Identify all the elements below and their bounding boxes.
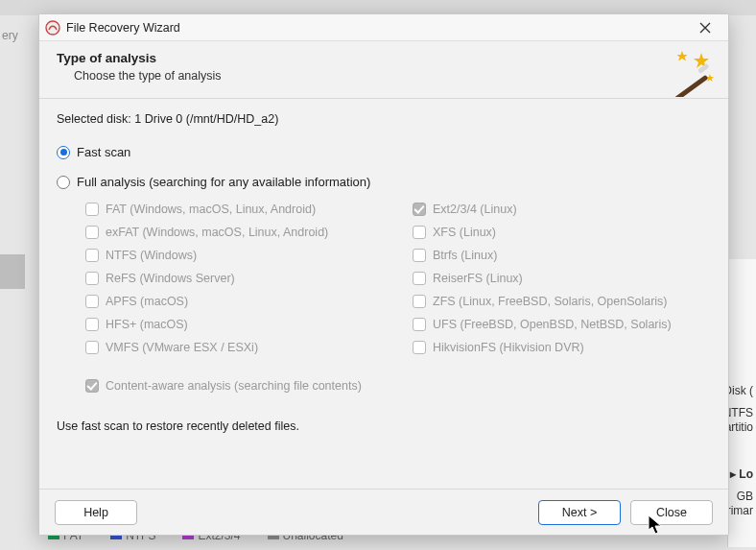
close-icon	[699, 22, 711, 34]
fs-label: HikvisionFS (Hikvision DVR)	[433, 341, 584, 354]
fs-label: exFAT (Windows, macOS, Linux, Android)	[106, 226, 328, 239]
content-aware-checkbox[interactable]: Content-aware analysis (searching file c…	[85, 379, 711, 393]
fs-label: FAT (Windows, macOS, Linux, Android)	[106, 203, 316, 216]
checkbox-icon	[85, 272, 99, 285]
bg-right-lo: ▸ Lo	[730, 467, 753, 481]
fs-label: HFS+ (macOS)	[106, 318, 188, 331]
full-analysis-label: Full analysis (searching for any availab…	[77, 175, 370, 189]
page-subtitle: Choose the type of analysis	[74, 69, 711, 83]
checkbox-icon	[413, 295, 426, 308]
window-close-button[interactable]	[688, 17, 722, 38]
fs-refs-checkbox[interactable]: ReFS (Windows Server)	[85, 272, 384, 285]
fs-label: Ext2/3/4 (Linux)	[433, 203, 517, 216]
radio-icon	[57, 176, 70, 189]
checkbox-icon	[85, 341, 99, 354]
checkbox-icon	[85, 379, 99, 393]
checkbox-icon	[85, 318, 99, 331]
filesystem-grid: FAT (Windows, macOS, Linux, Android) Ext…	[85, 203, 711, 354]
checkbox-icon	[413, 203, 426, 216]
checkbox-icon	[413, 341, 426, 354]
wizard-footer: Help Next > Close	[39, 489, 728, 535]
fs-hfs-checkbox[interactable]: HFS+ (macOS)	[85, 318, 384, 331]
close-button[interactable]: Close	[630, 500, 713, 525]
fs-zfs-checkbox[interactable]: ZFS (Linux, FreeBSD, Solaris, OpenSolari…	[413, 295, 711, 308]
bg-selection-bar	[0, 254, 25, 289]
checkbox-icon	[85, 203, 99, 216]
content-aware-label: Content-aware analysis (searching file c…	[106, 379, 362, 393]
fs-label: VMFS (VMware ESX / ESXi)	[106, 341, 258, 354]
page-title: Type of analysis	[57, 51, 711, 65]
fs-ntfs-checkbox[interactable]: NTFS (Windows)	[85, 249, 384, 262]
selected-disk-value: 1 Drive 0 (/mnt/HD/HD_a2)	[134, 112, 278, 126]
bg-text-fragment: ery	[2, 29, 18, 42]
fs-label: Btrfs (Linux)	[433, 249, 497, 262]
wizard-wand-icon	[663, 49, 717, 97]
file-recovery-wizard-dialog: File Recovery Wizard Type of analysis Ch…	[38, 13, 729, 536]
next-button[interactable]: Next >	[538, 500, 621, 525]
fs-label: ReFS (Windows Server)	[106, 272, 235, 285]
fs-label: NTFS (Windows)	[106, 249, 197, 262]
svg-rect-4	[670, 75, 708, 97]
selected-disk-prefix: Selected disk:	[57, 112, 134, 126]
fs-label: UFS (FreeBSD, OpenBSD, NetBSD, Solaris)	[433, 318, 672, 331]
wizard-header: Type of analysis Choose the type of anal…	[39, 41, 728, 99]
checkbox-icon	[85, 226, 99, 239]
svg-marker-2	[677, 51, 688, 61]
fs-btrfs-checkbox[interactable]: Btrfs (Linux)	[413, 249, 711, 262]
fs-exfat-checkbox[interactable]: exFAT (Windows, macOS, Linux, Android)	[85, 226, 384, 239]
radio-icon	[57, 146, 70, 159]
titlebar: File Recovery Wizard	[39, 14, 728, 41]
fs-hikvision-checkbox[interactable]: HikvisionFS (Hikvision DVR)	[413, 341, 711, 354]
fs-ext-checkbox[interactable]: Ext2/3/4 (Linux)	[413, 203, 711, 216]
fs-fat-checkbox[interactable]: FAT (Windows, macOS, Linux, Android)	[85, 203, 384, 216]
fs-reiserfs-checkbox[interactable]: ReiserFS (Linux)	[413, 272, 711, 285]
fast-scan-hint: Use fast scan to restore recently delete…	[57, 419, 711, 433]
fs-label: ZFS (Linux, FreeBSD, Solaris, OpenSolari…	[433, 295, 668, 308]
fs-ufs-checkbox[interactable]: UFS (FreeBSD, OpenBSD, NetBSD, Solaris)	[413, 318, 711, 331]
checkbox-icon	[413, 318, 426, 331]
window-title: File Recovery Wizard	[66, 21, 180, 35]
fs-xfs-checkbox[interactable]: XFS (Linux)	[413, 226, 711, 239]
fast-scan-radio[interactable]: Fast scan	[57, 145, 711, 159]
checkbox-icon	[85, 249, 99, 262]
checkbox-icon	[85, 295, 99, 308]
checkbox-icon	[413, 226, 426, 239]
fast-scan-label: Fast scan	[77, 145, 130, 159]
bg-right-gb: GB	[737, 490, 753, 503]
fs-apfs-checkbox[interactable]: APFS (macOS)	[85, 295, 384, 308]
app-icon	[45, 20, 60, 36]
bg-right-partition: artitio	[725, 420, 753, 434]
wizard-body: Selected disk: 1 Drive 0 (/mnt/HD/HD_a2)…	[39, 99, 728, 489]
fs-label: XFS (Linux)	[433, 226, 496, 239]
fs-vmfs-checkbox[interactable]: VMFS (VMware ESX / ESXi)	[85, 341, 384, 354]
checkbox-icon	[413, 272, 426, 285]
fs-label: ReiserFS (Linux)	[433, 272, 523, 285]
bg-right-rimar: rimar	[727, 504, 753, 517]
checkbox-icon	[413, 249, 426, 262]
help-button[interactable]: Help	[55, 500, 137, 525]
svg-point-0	[46, 21, 59, 35]
selected-disk-label: Selected disk: 1 Drive 0 (/mnt/HD/HD_a2)	[57, 112, 711, 126]
fs-label: APFS (macOS)	[106, 295, 188, 308]
full-analysis-radio[interactable]: Full analysis (searching for any availab…	[57, 175, 711, 189]
